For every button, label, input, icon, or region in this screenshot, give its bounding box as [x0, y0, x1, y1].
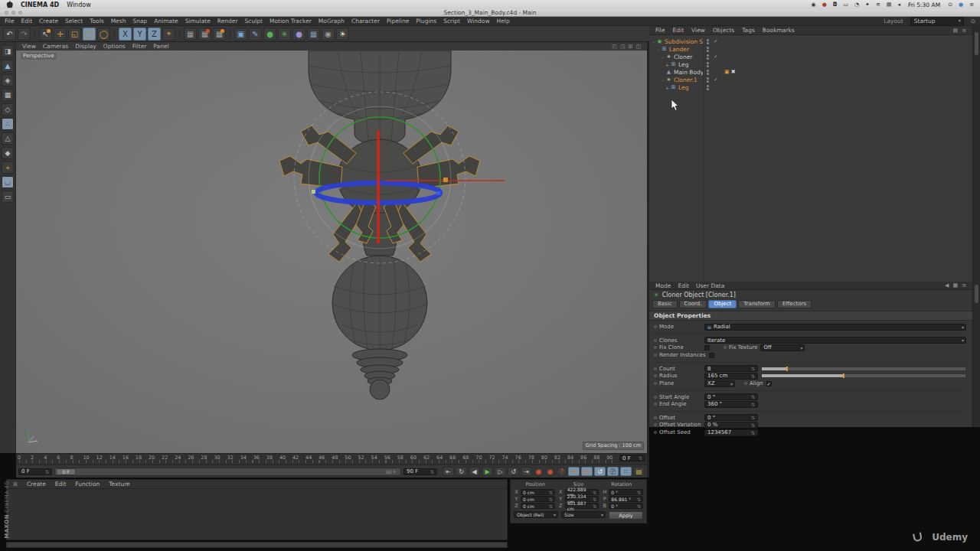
object-name[interactable]: Cloner.1 — [674, 77, 697, 83]
object-tree-row[interactable]: + ⊞ Leg ▣ ✖ — [651, 83, 972, 91]
current-frame-field[interactable]: 0 F⇅ — [18, 468, 52, 475]
attr-dock-icon[interactable]: ◀ — [945, 282, 949, 289]
attribute-tab[interactable]: Coord. — [679, 300, 707, 308]
redo-icon[interactable]: ↷ — [18, 28, 31, 41]
clones-dropdown[interactable]: Iterate — [704, 337, 966, 344]
apple-menu-icon[interactable] — [6, 1, 13, 9]
object-tree-row[interactable]: + ⊞ Leg ▣ ✖ — [651, 60, 972, 68]
count-field[interactable]: 8⇅ — [704, 365, 758, 372]
viewport-menu-item[interactable]: View — [22, 43, 36, 50]
screen-record-icon[interactable]: ◉ — [812, 2, 816, 8]
model-mode-icon[interactable]: ◈ — [2, 74, 14, 86]
previous-frame-button[interactable]: ◀ — [469, 467, 480, 476]
points-mode-icon[interactable]: ∴ — [2, 118, 14, 130]
record-keyframe-button[interactable]: ● — [534, 467, 544, 477]
wifi-icon[interactable]: ≋ — [876, 2, 880, 8]
viewport-menu-item[interactable]: Panel — [153, 43, 168, 50]
material-panel-icon[interactable]: ⊞ — [13, 481, 18, 487]
position-field[interactable]: 0 cm⇅ — [521, 489, 555, 495]
key-rotation-toggle[interactable]: ↺ — [594, 467, 606, 476]
material-menu-item[interactable]: Function — [75, 481, 100, 487]
move-tool-icon[interactable]: ✛ — [54, 28, 67, 41]
workplane-lock-icon[interactable]: ▭ — [2, 191, 14, 203]
app-menu-item[interactable]: Sculpt — [245, 18, 263, 24]
object-name[interactable]: Subdivision Surface — [665, 38, 703, 45]
position-field[interactable]: 0 cm⇅ — [521, 496, 555, 502]
live-selection-icon[interactable]: ↖ — [39, 28, 52, 41]
app-menu-item[interactable]: Tools — [90, 18, 103, 24]
om-menu-icon[interactable]: ≡ — [962, 28, 966, 34]
last-tool-icon[interactable]: ◯ — [97, 28, 110, 41]
size-field[interactable]: 401.887 cm⇅ — [565, 503, 599, 509]
siri-icon[interactable]: ● — [959, 2, 963, 8]
mode-dropdown[interactable]: ⊞Radial — [704, 324, 966, 331]
workplane-icon[interactable]: ◇ — [2, 103, 14, 116]
camera-label[interactable]: Perspective — [21, 53, 57, 60]
fix-texture-dropdown[interactable]: Off — [760, 344, 805, 351]
radius-slider[interactable] — [761, 373, 966, 378]
render-instances-checkbox[interactable] — [709, 353, 714, 358]
play-cycle-button[interactable]: ↺ — [508, 467, 519, 476]
object-manager-menu-item[interactable]: Bookmarks — [763, 27, 795, 34]
expand-toggle-icon[interactable]: + — [665, 85, 670, 90]
object-type-icon[interactable]: ∗ — [665, 77, 672, 83]
attribute-menu-item[interactable]: Edit — [678, 282, 689, 289]
expand-toggle-icon[interactable]: - — [660, 77, 665, 83]
expand-toggle-icon[interactable]: - — [651, 39, 656, 44]
expand-toggle-icon[interactable]: - — [655, 47, 661, 52]
layout-search-icon[interactable]: ⊙ — [971, 18, 975, 24]
viewport-menu-item[interactable]: Cameras — [43, 43, 68, 50]
snap-enable-icon[interactable]: ◡ — [2, 176, 14, 188]
gizmo-handle-right[interactable] — [436, 191, 440, 195]
start-angle-field[interactable]: 0 °⇅ — [704, 393, 758, 400]
app-menu-item[interactable]: MoGraph — [318, 18, 345, 24]
viewport[interactable]: ViewCamerasDisplayOptionsFilterPanel ◰◳⊞… — [16, 42, 647, 453]
lock-y-axis-icon[interactable]: Y — [133, 28, 146, 41]
render-view-icon[interactable]: ▦ — [184, 28, 197, 41]
texture-tag-icon[interactable]: ▣ — [724, 69, 730, 75]
viewport-menu-item[interactable]: Filter — [132, 43, 147, 50]
frame-slider-handle[interactable]: 0 F — [56, 468, 76, 475]
right-scrollbar[interactable] — [972, 26, 980, 427]
add-generator-icon[interactable]: ● — [263, 28, 276, 41]
app-menu-item[interactable]: Snap — [132, 18, 147, 24]
attr-menu-icon[interactable]: ≡ — [962, 282, 966, 289]
macos-app-name[interactable]: CINEMA 4D — [21, 2, 59, 8]
attr-grid-icon[interactable]: ▦ — [953, 282, 959, 289]
add-environment-icon[interactable]: ▦ — [307, 28, 320, 41]
object-tree-row[interactable]: ▲ Main Body ▣ ✖ — [651, 68, 972, 76]
attribute-menu-item[interactable]: Mode — [655, 282, 671, 289]
view-layout-2-icon[interactable]: ◳ — [620, 44, 626, 50]
object-manager-menu-item[interactable]: Tags — [742, 27, 755, 34]
spotlight-icon[interactable]: ⊙ — [948, 2, 952, 8]
app-menu-item[interactable]: Render — [217, 18, 238, 24]
volume-icon[interactable]: ◂ — [897, 2, 900, 8]
polygons-mode-icon[interactable]: ◆ — [2, 147, 14, 159]
key-parameter-toggle[interactable]: Ⓟ — [607, 467, 619, 476]
radius-field[interactable]: 165 cm⇅ — [704, 373, 758, 380]
object-type-icon[interactable]: ⊞ — [661, 46, 668, 52]
shield-icon[interactable]: ◘ — [833, 2, 838, 8]
attribute-menu-item[interactable]: User Data — [696, 282, 724, 289]
keyframe-selection-button[interactable]: ? — [557, 467, 567, 477]
make-editable-icon[interactable]: ▲ — [2, 60, 14, 72]
timeline-right-field[interactable]: 0 F⇅ — [619, 455, 645, 461]
render-settings-icon[interactable]: ▦ — [213, 28, 226, 41]
keyboard-icon[interactable]: ✦ — [865, 2, 870, 8]
attribute-tab[interactable]: Basic — [652, 300, 678, 308]
object-manager-menu-item[interactable]: File — [655, 27, 665, 34]
undo-icon[interactable]: ↶ — [3, 28, 16, 41]
display-icon[interactable]: ▭ — [843, 2, 848, 8]
app-menu-item[interactable]: Mesh — [111, 18, 126, 24]
goto-end-button[interactable]: ⇥ — [521, 467, 532, 476]
object-name[interactable]: Lander — [669, 46, 689, 53]
play-forward-button[interactable]: ▶ — [482, 467, 493, 476]
app-menu-item[interactable]: Select — [65, 18, 83, 24]
render-picture-viewer-icon[interactable]: ▦ — [198, 28, 211, 41]
visibility-dots[interactable] — [703, 47, 712, 52]
viewport-solo-icon[interactable]: ◨ — [2, 45, 14, 57]
expand-toggle-icon[interactable]: - — [660, 54, 665, 60]
lock-x-axis-icon[interactable]: X — [119, 28, 132, 41]
object-type-icon[interactable]: ⊞ — [670, 61, 677, 67]
key-pla-toggle[interactable]: ∷ — [620, 467, 632, 476]
